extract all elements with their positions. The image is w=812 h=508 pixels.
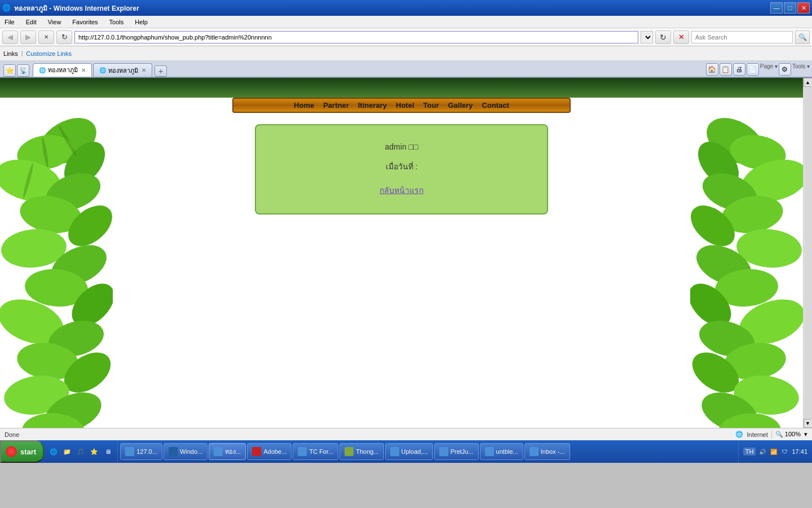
- address-dropdown[interactable]: [641, 31, 653, 43]
- nav-partner[interactable]: Partner: [319, 99, 354, 112]
- tools-btn[interactable]: ⚙: [779, 63, 791, 76]
- menu-help[interactable]: Help: [133, 17, 150, 27]
- tab-active[interactable]: 🌐 ทองหลาภูมิ ✕: [33, 63, 92, 77]
- stop-button[interactable]: ✕: [38, 30, 54, 44]
- quick-launch: 🌐 📁 🎵 ⭐ 🖥: [44, 440, 118, 463]
- quick-media[interactable]: 🎵: [74, 445, 87, 458]
- customize-links[interactable]: Customize Links: [26, 50, 72, 57]
- browser-content: Home Partner Itinerary Hotel Tour Galler…: [0, 78, 812, 428]
- app-icon-8: [485, 447, 494, 456]
- taskbar-app-0[interactable]: 127.0...: [120, 443, 162, 460]
- taskbar-app-8[interactable]: untble...: [480, 443, 523, 460]
- taskbar-app-3[interactable]: Adobe...: [247, 443, 292, 460]
- navigation-bar: Home Partner Itinerary Hotel Tour Galler…: [232, 98, 571, 113]
- header-image: [0, 78, 803, 98]
- date-text: เมื่อวันที่ :: [279, 160, 524, 173]
- app-label-2: ทอง...: [225, 446, 241, 457]
- nav-tour[interactable]: Tour: [419, 99, 444, 112]
- tools-label[interactable]: Tools ▾: [792, 63, 810, 76]
- forward-button[interactable]: ▶: [20, 30, 36, 44]
- favorites-button[interactable]: ⭐: [3, 64, 16, 77]
- menu-file[interactable]: File: [2, 17, 17, 27]
- scroll-track[interactable]: [804, 87, 812, 419]
- quick-folder[interactable]: 📁: [61, 445, 73, 458]
- taskbar-app-4[interactable]: TC For...: [293, 443, 338, 460]
- tab-close-active[interactable]: ✕: [81, 67, 86, 73]
- close-button[interactable]: ✕: [797, 2, 810, 14]
- nav-hotel[interactable]: Hotel: [391, 99, 419, 112]
- back-button[interactable]: ◀: [2, 30, 18, 44]
- taskbar-apps: 127.0... Windo... ทอง... Adobe... TC For…: [118, 440, 738, 463]
- quick-ie[interactable]: 🌐: [47, 445, 60, 458]
- window-icon: 🌐: [2, 4, 11, 12]
- tab-inactive-label: ทองหลาภูมิ: [108, 65, 138, 76]
- tab-close-inactive[interactable]: ✕: [142, 67, 146, 73]
- zone-icon: 🌐: [735, 431, 743, 438]
- menu-tools[interactable]: Tools: [107, 17, 126, 27]
- taskbar-app-1[interactable]: Windo...: [164, 443, 208, 460]
- stop-x[interactable]: ✕: [673, 30, 689, 44]
- nav-itinerary[interactable]: Itinerary: [354, 99, 391, 112]
- print-button[interactable]: 🖨: [733, 63, 745, 76]
- maximize-button[interactable]: □: [784, 2, 796, 14]
- taskbar-app-5[interactable]: Thong...: [339, 443, 383, 460]
- refresh-button[interactable]: ↻: [56, 30, 72, 44]
- zoom-dropdown[interactable]: ▾: [804, 431, 807, 438]
- app-icon-2: [214, 447, 223, 456]
- quick-extra[interactable]: ⭐: [88, 445, 100, 458]
- menu-view[interactable]: View: [46, 17, 64, 27]
- refresh-go[interactable]: ↻: [655, 30, 671, 44]
- page-label[interactable]: Page ▾: [760, 63, 778, 76]
- app-label-8: untble...: [496, 448, 518, 455]
- home-button[interactable]: 🏠: [706, 63, 718, 76]
- nav-contact[interactable]: Contact: [478, 99, 514, 112]
- nav-home[interactable]: Home: [289, 99, 319, 112]
- new-tab-button[interactable]: +: [155, 65, 167, 77]
- tab-inactive[interactable]: 🌐 ทองหลาภูมิ ✕: [93, 63, 152, 77]
- title-bar-controls: — □ ✕: [770, 2, 810, 14]
- minimize-button[interactable]: —: [770, 2, 783, 14]
- language-indicator[interactable]: TH: [743, 448, 756, 456]
- taskbar-app-6[interactable]: Upload,...: [385, 443, 433, 460]
- menu-edit[interactable]: Edit: [24, 17, 39, 27]
- start-button[interactable]: start: [0, 440, 44, 463]
- app-icon-3: [252, 447, 261, 456]
- right-vine: [690, 113, 803, 428]
- app-icon-0: [125, 447, 134, 456]
- main-content: admin □□ เมื่อวันที่ : กลับหน้าแรก: [113, 113, 690, 428]
- app-label-0: 127.0...: [136, 448, 157, 455]
- quick-extra2[interactable]: 🖥: [102, 445, 114, 458]
- system-tray: TH 🔊 📶 🛡 17:41: [738, 440, 812, 463]
- search-button[interactable]: 🔍: [795, 30, 810, 44]
- rss-button[interactable]: 📋: [720, 63, 732, 76]
- content-box: admin □□ เมื่อวันที่ : กลับหน้าแรก: [255, 124, 548, 214]
- back-link[interactable]: กลับหน้าแรก: [279, 184, 524, 196]
- feeds-button[interactable]: 📡: [17, 64, 29, 77]
- app-icon-6: [390, 447, 399, 456]
- taskbar-app-9[interactable]: Inbox -...: [524, 443, 570, 460]
- address-input[interactable]: [74, 31, 638, 43]
- app-label-7: PretJu...: [451, 448, 474, 455]
- menu-favorites[interactable]: Favorites: [70, 17, 100, 27]
- tab-active-label: ทองหลาภูมิ: [48, 65, 78, 75]
- scroll-down[interactable]: ▼: [804, 419, 813, 428]
- taskbar-app-7[interactable]: PretJu...: [434, 443, 479, 460]
- title-bar-left: 🌐 ทองหลาภูมิ - Windows Internet Explorer: [2, 3, 139, 14]
- tab-bar: ⭐ 📡 🌐 ทองหลาภูมิ ✕ 🌐 ทองหลาภูมิ ✕ + 🏠 📋 …: [0, 61, 812, 78]
- window-title: ทองหลาภูมิ - Windows Internet Explorer: [14, 3, 139, 14]
- scrollbar[interactable]: ▲ ▼: [803, 78, 812, 428]
- app-icon-1: [169, 447, 178, 456]
- app-icon-9: [529, 447, 539, 456]
- app-label-1: Windo...: [180, 448, 202, 455]
- search-input[interactable]: [691, 31, 793, 43]
- page-button[interactable]: 📄: [747, 63, 759, 76]
- start-label: start: [20, 448, 36, 456]
- nav-gallery[interactable]: Gallery: [443, 99, 477, 112]
- tray-sound: 📶: [769, 447, 778, 456]
- leaf-right: [690, 113, 803, 428]
- address-bar: ◀ ▶ ✕ ↻ ↻ ✕ 🔍: [0, 28, 812, 46]
- admin-text: admin □□: [279, 142, 524, 151]
- scroll-up[interactable]: ▲: [804, 78, 813, 87]
- taskbar-app-2[interactable]: ทอง...: [209, 443, 246, 460]
- start-icon: [6, 446, 17, 457]
